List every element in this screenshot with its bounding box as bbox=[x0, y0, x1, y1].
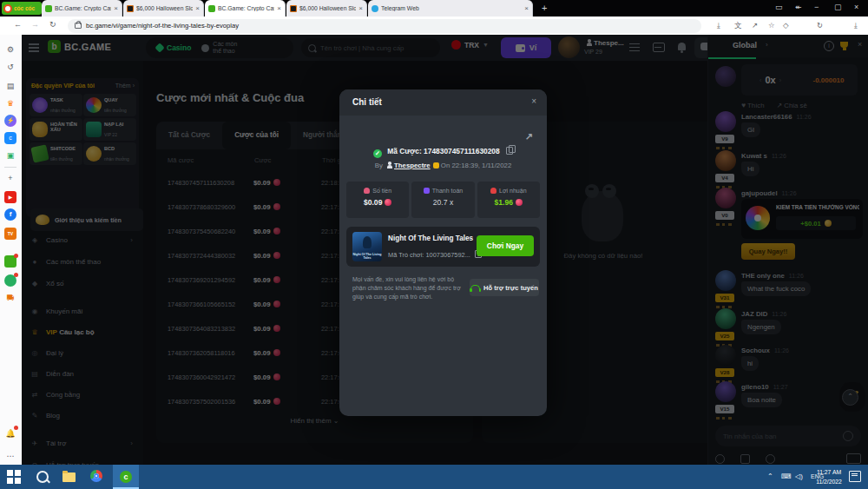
lock-icon bbox=[75, 23, 82, 29]
maximize-button[interactable]: ▢ bbox=[834, 3, 842, 11]
browser-tab[interactable]: $6,000 Halloween Slot Battle × bbox=[286, 0, 367, 17]
close-window-button[interactable]: × bbox=[854, 3, 858, 11]
tab-back-icon[interactable]: ↞ bbox=[795, 3, 802, 11]
game-info-card: Night Of The Living Tales Night Of The L… bbox=[346, 227, 540, 267]
browser-tab-strip: cốc cốc BC.Game: Crypto Casino Gam × $6,… bbox=[0, 0, 868, 17]
bet-details-modal: Chi tiết × ↗ ✓ Mã Cược: 1748307457111630… bbox=[339, 89, 547, 416]
browser-tab[interactable]: BC.Game: Crypto Casino Gam × bbox=[42, 0, 122, 17]
bcgame-favicon bbox=[45, 5, 52, 12]
reload-icon[interactable]: ↻ bbox=[49, 20, 56, 29]
page-url: bc.game/vi/game/night-of-the-living-tale… bbox=[86, 22, 239, 30]
bet-byline: By Thespectre On 22:18:39, 1/11/2022 bbox=[339, 162, 547, 169]
tab-close-icon[interactable]: × bbox=[524, 4, 529, 12]
stat-amount: Số tiền $0.09 bbox=[346, 182, 409, 218]
game-name: Night Of The Living Tales bbox=[388, 235, 479, 242]
back-icon[interactable]: ← bbox=[14, 20, 22, 29]
taskbar-search-icon[interactable] bbox=[36, 470, 50, 484]
coccoc-crab-icon bbox=[3, 4, 12, 13]
help-text: Mọi vấn đề, xin vui lòng liên hệ với bộ … bbox=[352, 275, 464, 301]
copy-icon[interactable] bbox=[506, 147, 513, 155]
coccoc-logo[interactable]: cốc cốc bbox=[2, 2, 42, 15]
new-tab-button[interactable]: + bbox=[542, 3, 547, 13]
modal-header: Chi tiết × bbox=[339, 89, 547, 116]
add-shortcut-icon[interactable]: + bbox=[4, 172, 16, 184]
bet-stats: Số tiền $0.09 Thanh toán 20.7 x Lợi nhuậ… bbox=[346, 182, 540, 218]
save-page-icon[interactable]: ⤓ bbox=[717, 21, 720, 30]
file-explorer-icon[interactable] bbox=[62, 470, 76, 484]
share-bet-icon[interactable]: ↗ bbox=[525, 131, 533, 142]
share-icon[interactable]: ↗ bbox=[752, 21, 758, 30]
browser-sidebar: ⚙ ↺ ▤ ♛ ⚡ c ▣ + ▶ f TV ⛟ 🔔 ⋯ bbox=[0, 35, 23, 465]
coccoc-taskbar-active[interactable]: c bbox=[113, 465, 139, 489]
history-icon[interactable]: ↺ bbox=[4, 61, 16, 73]
settings-gear-icon[interactable]: ⚙ bbox=[4, 43, 16, 56]
more-options-icon[interactable]: ⋯ bbox=[4, 450, 16, 462]
tab-close-icon[interactable]: × bbox=[114, 4, 118, 12]
browser-tab-active[interactable]: BC.Game: Crypto Casino Gam × bbox=[205, 0, 286, 17]
windows-taskbar: c ⌃ ⌨ ◁) ENG 11:27 AM11/2/2022 bbox=[0, 465, 868, 489]
bet-datetime: 22:18:39, 1/11/2022 bbox=[451, 162, 511, 169]
play-now-button[interactable]: Chơi Ngay bbox=[477, 235, 534, 256]
vip-crown-icon[interactable]: ♛ bbox=[4, 97, 16, 109]
url-field[interactable]: bc.game/vi/game/night-of-the-living-tale… bbox=[68, 19, 701, 33]
tab-close-icon[interactable]: × bbox=[195, 4, 200, 12]
close-modal-icon[interactable]: × bbox=[531, 96, 536, 106]
profit-icon bbox=[490, 188, 496, 194]
network-icon[interactable]: ⌨ bbox=[781, 472, 792, 480]
halloween-favicon bbox=[127, 5, 134, 12]
stat-payout: Thanh toán 20.7 x bbox=[411, 182, 474, 218]
green-chat-app-icon[interactable] bbox=[4, 274, 16, 287]
currency-coin-icon bbox=[516, 199, 523, 206]
bookmark-star-icon[interactable]: ☆ bbox=[768, 21, 775, 30]
game-id-line: Mã Trò chơi: 10073067592... bbox=[388, 250, 482, 259]
sidebar-divider bbox=[4, 167, 16, 168]
chrome-icon[interactable] bbox=[90, 470, 104, 484]
forward-icon[interactable]: → bbox=[31, 20, 39, 29]
downloads-tray-icon[interactable]: ⤓ bbox=[854, 21, 858, 30]
browser-tab[interactable]: $6,000 Halloween Slot Battle × bbox=[123, 0, 204, 17]
user-medal-icon bbox=[433, 162, 439, 169]
browser-address-bar: ← → ↻ bc.game/vi/game/night-of-the-livin… bbox=[0, 17, 868, 36]
bet-id-line: ✓ Mã Cược: 1748307457111630208 bbox=[339, 147, 547, 158]
adblock-shield-icon[interactable]: ◇ bbox=[783, 21, 789, 30]
shopping-cart-icon[interactable]: ⛟ bbox=[4, 292, 16, 304]
tab-close-icon[interactable]: × bbox=[358, 4, 363, 12]
zalo-chat-icon[interactable]: c bbox=[4, 132, 16, 144]
notification-bell-icon[interactable]: 🔔 bbox=[4, 427, 16, 439]
modal-title: Chi tiết bbox=[352, 97, 382, 107]
game-id-value: 10073067592... bbox=[425, 251, 470, 259]
telegram-favicon bbox=[372, 5, 378, 12]
tv-app-icon[interactable]: TV bbox=[4, 228, 16, 240]
messenger-icon[interactable]: ⚡ bbox=[4, 115, 16, 127]
volume-icon[interactable]: ◁) bbox=[795, 472, 803, 480]
bet-username[interactable]: Thespectre bbox=[394, 162, 431, 169]
facebook-icon[interactable]: f bbox=[4, 208, 16, 221]
game-thumbnail[interactable]: Night Of The Living Tales bbox=[352, 232, 382, 261]
bet-id-value: 1748307457111630208 bbox=[424, 147, 500, 155]
reader-mode-icon[interactable]: ▭ bbox=[775, 3, 783, 11]
stat-profit: Lợi nhuận $1.96 bbox=[477, 182, 540, 218]
headset-icon bbox=[470, 285, 480, 291]
bcgame-favicon bbox=[208, 5, 215, 12]
person-icon bbox=[386, 162, 392, 169]
sync-icon[interactable]: ↻ bbox=[817, 21, 823, 30]
gift-app-icon[interactable] bbox=[4, 255, 16, 268]
live-support-button[interactable]: Hỗ trợ trực tuyến bbox=[470, 279, 539, 296]
translate-icon[interactable]: 文 bbox=[734, 21, 742, 31]
youtube-icon[interactable]: ▶ bbox=[4, 191, 16, 203]
reading-list-icon[interactable]: ▤ bbox=[4, 80, 16, 92]
action-center-icon[interactable] bbox=[849, 471, 861, 482]
halloween-favicon bbox=[290, 5, 297, 12]
currency-coin-icon bbox=[385, 199, 391, 206]
games-gamepad-icon[interactable]: ▣ bbox=[4, 149, 16, 162]
system-clock[interactable]: 11:27 AM11/2/2022 bbox=[814, 467, 844, 486]
start-button[interactable] bbox=[7, 470, 21, 484]
coccoc-icon: c bbox=[120, 471, 132, 483]
amount-icon bbox=[364, 188, 370, 194]
payout-icon bbox=[424, 188, 430, 194]
minimize-button[interactable]: − bbox=[814, 3, 819, 11]
tab-close-icon[interactable]: × bbox=[277, 4, 281, 12]
tray-expand-icon[interactable]: ⌃ bbox=[767, 472, 773, 480]
browser-tab[interactable]: Telegram Web × bbox=[368, 0, 533, 17]
verified-check-icon: ✓ bbox=[373, 149, 382, 158]
